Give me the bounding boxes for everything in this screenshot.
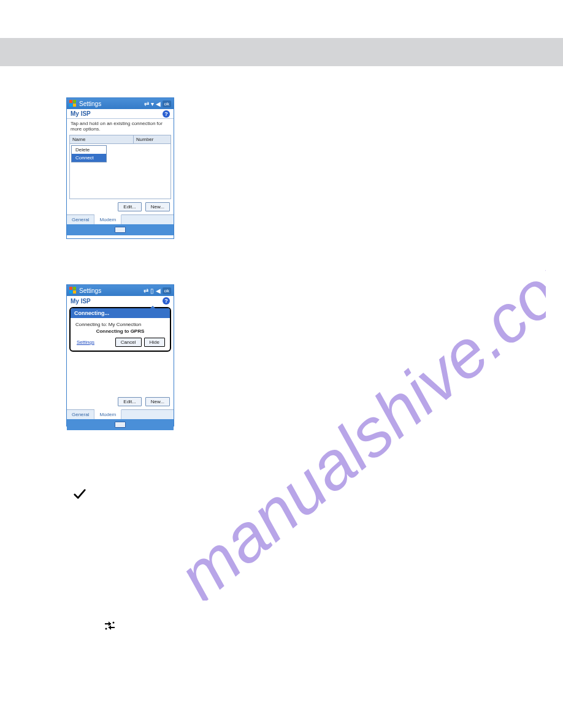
- tab-bar: General Modem: [67, 409, 174, 419]
- connecting-popup: Connecting... Connecting to: My Connecti…: [69, 307, 171, 352]
- sip-bar: [67, 419, 174, 430]
- button-row: Edit... New...: [67, 394, 174, 409]
- tab-bar: General Modem: [67, 214, 174, 224]
- titlebar-right: ⇄ ▯ ◀ ok: [144, 287, 171, 294]
- page-title: My ISP: [71, 110, 91, 117]
- table-header: Name Number: [69, 135, 171, 144]
- col-number: Number: [134, 135, 170, 143]
- keyboard-icon[interactable]: [115, 227, 126, 233]
- svg-point-9: [113, 622, 115, 624]
- svg-rect-5: [69, 287, 72, 290]
- svg-rect-8: [73, 290, 76, 294]
- header-gray-band: [0, 38, 563, 66]
- edit-button[interactable]: Edit...: [118, 397, 141, 406]
- volume-icon: ◀: [156, 100, 161, 107]
- button-row: Edit... New...: [67, 199, 174, 214]
- connectivity-status-icon: ⇄: [144, 287, 148, 294]
- page-title-row: My ISP ?: [67, 296, 174, 306]
- tab-general[interactable]: General: [67, 215, 94, 224]
- svg-rect-6: [73, 287, 76, 290]
- checkmark-icon: [73, 487, 86, 501]
- screenshot-connecting: Settings ⇄ ▯ ◀ ok My ISP ? Connecting...…: [66, 284, 174, 427]
- connecting-to-label: Connecting to: My Connection: [75, 322, 165, 327]
- titlebar: Settings ⇄ ▯ ◀ ok: [67, 285, 174, 296]
- connections-list[interactable]: MEDION Data Delete Connect: [69, 144, 171, 199]
- instruction-text: Tap and hold on an existing connection f…: [67, 119, 174, 134]
- edit-button[interactable]: Edit...: [118, 202, 141, 211]
- connectivity-status-icon: ⇄: [144, 100, 149, 107]
- cancel-button[interactable]: Cancel: [115, 338, 142, 347]
- data-arrows-icon: [102, 619, 117, 634]
- ok-button[interactable]: ok: [163, 100, 171, 107]
- titlebar-text: Settings: [79, 287, 101, 294]
- svg-rect-2: [73, 100, 76, 103]
- svg-rect-7: [69, 290, 72, 294]
- new-button[interactable]: New...: [145, 202, 170, 211]
- svg-text:manualshive.com: manualshive.com: [164, 219, 546, 601]
- help-icon[interactable]: ?: [163, 297, 170, 305]
- hide-button[interactable]: Hide: [144, 338, 165, 347]
- menu-item-delete[interactable]: Delete: [72, 146, 106, 154]
- context-menu: Delete Connect: [71, 145, 107, 162]
- titlebar-text: Settings: [79, 100, 101, 107]
- svg-rect-1: [69, 100, 72, 103]
- connecting-gprs-label: Connecting to GPRS: [75, 327, 165, 335]
- keyboard-icon[interactable]: [115, 422, 126, 428]
- help-icon[interactable]: ?: [163, 110, 170, 118]
- sip-bar: [67, 224, 174, 235]
- signal-icon: ▯: [150, 287, 154, 294]
- col-name: Name: [70, 135, 134, 143]
- titlebar: Settings ⇄ ▾ ◀ ok: [67, 98, 174, 109]
- screenshot-isp-menu: Settings ⇄ ▾ ◀ ok My ISP ? Tap and hold …: [66, 97, 174, 239]
- windows-icon: [69, 287, 77, 294]
- page-title-row: My ISP ?: [67, 109, 174, 119]
- svg-rect-3: [69, 104, 72, 107]
- tab-modem[interactable]: Modem: [94, 214, 121, 224]
- volume-icon: ◀: [156, 287, 161, 294]
- windows-icon: [69, 100, 77, 107]
- popup-title: Connecting...: [71, 308, 170, 318]
- signal-icon: ▾: [151, 100, 154, 107]
- menu-item-connect[interactable]: Connect: [72, 154, 106, 162]
- tab-general[interactable]: General: [67, 410, 94, 419]
- tab-modem[interactable]: Modem: [94, 409, 121, 419]
- page-title: My ISP: [71, 298, 91, 305]
- new-button[interactable]: New...: [145, 397, 170, 406]
- settings-link[interactable]: Settings: [75, 339, 94, 345]
- ok-button[interactable]: ok: [163, 287, 171, 294]
- svg-rect-4: [73, 104, 76, 107]
- titlebar-right: ⇄ ▾ ◀ ok: [144, 100, 171, 107]
- svg-point-10: [105, 628, 107, 630]
